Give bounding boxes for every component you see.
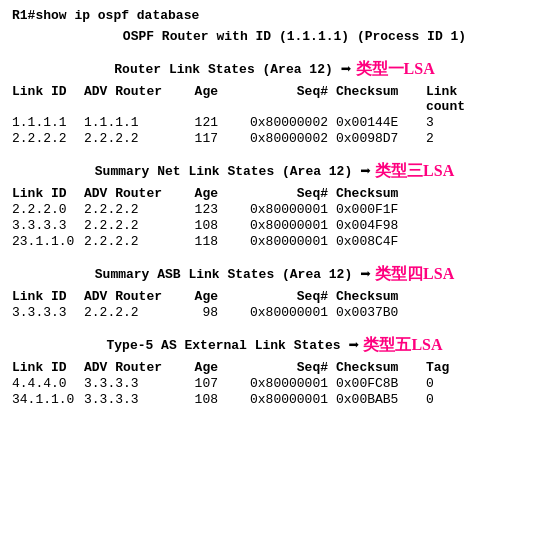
section1-arrow-icon: ➡: [341, 58, 352, 80]
section2-arrow-label: ➡ 类型三LSA: [360, 160, 454, 182]
section1-header-row: Router Link States (Area 12) ➡ 类型一LSA: [12, 52, 537, 84]
col-seq-4: Seq#: [226, 360, 336, 375]
section2-title: Summary Net Link States (Area 12) ➡ 类型三L…: [95, 160, 454, 182]
section4-header-row: Type-5 AS External Link States ➡ 类型五LSA: [12, 328, 537, 360]
col-advrouter-3: ADV Router: [84, 289, 174, 304]
section2-arrow-icon: ➡: [360, 160, 371, 182]
col-linkid-1: Link ID: [12, 84, 84, 114]
col-checksum-3: Checksum: [336, 289, 426, 304]
col-linkid-2: Link ID: [12, 186, 84, 201]
col-advrouter-1: ADV Router: [84, 84, 174, 114]
col-linkid-3: Link ID: [12, 289, 84, 304]
col-advrouter-4: ADV Router: [84, 360, 174, 375]
page-container: R1#show ip ospf database OSPF Router wit…: [0, 0, 549, 423]
section3-arrow-icon: ➡: [360, 263, 371, 285]
col-linkcount-1: Link count: [426, 84, 486, 114]
table-row: 3.3.3.3 2.2.2.2 98 0x80000001 0x0037B0: [12, 305, 537, 320]
col-checksum-1: Checksum: [336, 84, 426, 114]
section4-col-headers: Link ID ADV Router Age Seq# Checksum Tag: [12, 360, 537, 375]
section4-arrow-label: ➡ 类型五LSA: [349, 334, 443, 356]
section2-col-headers: Link ID ADV Router Age Seq# Checksum: [12, 186, 537, 201]
col-age-1: Age: [174, 84, 226, 114]
col-tag-4: Tag: [426, 360, 466, 375]
section-type5-external: Type-5 AS External Link States ➡ 类型五LSA …: [12, 328, 537, 407]
table-row: 1.1.1.1 1.1.1.1 121 0x80000002 0x00144E …: [12, 115, 537, 130]
col-checksum-2: Checksum: [336, 186, 426, 201]
table-row: 3.3.3.3 2.2.2.2 108 0x80000001 0x004F98: [12, 218, 537, 233]
col-seq-1: Seq#: [226, 84, 336, 114]
col-checksum-4: Checksum: [336, 360, 426, 375]
section2-header-row: Summary Net Link States (Area 12) ➡ 类型三L…: [12, 154, 537, 186]
col-seq-2: Seq#: [226, 186, 336, 201]
section4-title: Type-5 AS External Link States ➡ 类型五LSA: [106, 334, 442, 356]
command-line: R1#show ip ospf database: [12, 8, 537, 23]
col-advrouter-2: ADV Router: [84, 186, 174, 201]
section3-header-row: Summary ASB Link States (Area 12) ➡ 类型四L…: [12, 257, 537, 289]
section1-col-headers: Link ID ADV Router Age Seq# Checksum Lin…: [12, 84, 537, 114]
section-summary-net: Summary Net Link States (Area 12) ➡ 类型三L…: [12, 154, 537, 249]
section3-col-headers: Link ID ADV Router Age Seq# Checksum: [12, 289, 537, 304]
section1-title: Router Link States (Area 12) ➡ 类型一LSA: [114, 58, 434, 80]
table-row: 4.4.4.0 3.3.3.3 107 0x80000001 0x00FC8B …: [12, 376, 537, 391]
table-row: 2.2.2.2 2.2.2.2 117 0x80000002 0x0098D7 …: [12, 131, 537, 146]
section4-arrow-icon: ➡: [349, 334, 360, 356]
col-age-4: Age: [174, 360, 226, 375]
col-seq-3: Seq#: [226, 289, 336, 304]
col-age-2: Age: [174, 186, 226, 201]
section-router-link-states: Router Link States (Area 12) ➡ 类型一LSA Li…: [12, 52, 537, 146]
section1-arrow-label: ➡ 类型一LSA: [341, 58, 435, 80]
table-row: 34.1.1.0 3.3.3.3 108 0x80000001 0x00BAB5…: [12, 392, 537, 407]
table-row: 23.1.1.0 2.2.2.2 118 0x80000001 0x008C4F: [12, 234, 537, 249]
section3-title: Summary ASB Link States (Area 12) ➡ 类型四L…: [95, 263, 454, 285]
table-row: 2.2.2.0 2.2.2.2 123 0x80000001 0x000F1F: [12, 202, 537, 217]
ospf-header: OSPF Router with ID (1.1.1.1) (Process I…: [12, 29, 537, 44]
section-summary-asb: Summary ASB Link States (Area 12) ➡ 类型四L…: [12, 257, 537, 320]
col-age-3: Age: [174, 289, 226, 304]
col-linkid-4: Link ID: [12, 360, 84, 375]
section3-arrow-label: ➡ 类型四LSA: [360, 263, 454, 285]
